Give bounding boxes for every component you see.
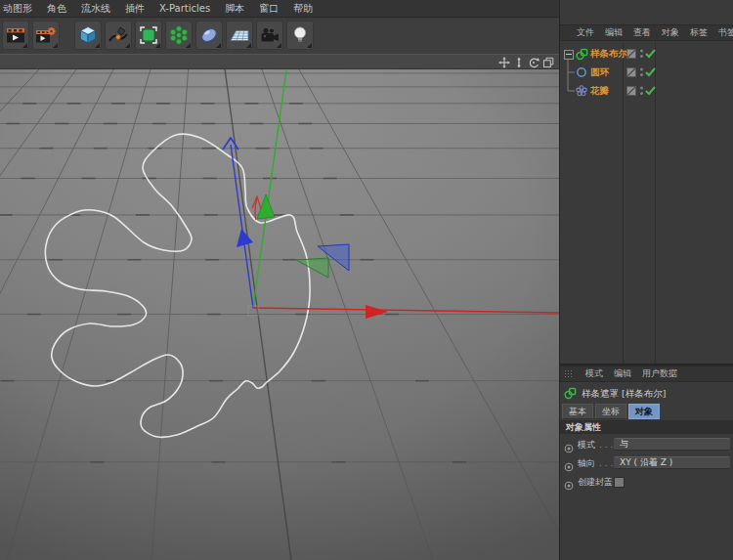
field-label-text: 创建封盖 bbox=[578, 477, 613, 487]
menu-item-7[interactable]: 窗口 bbox=[259, 2, 279, 16]
maximize-view-icon bbox=[542, 57, 554, 68]
radio-circle-icon bbox=[564, 481, 574, 491]
dropdown-轴向[interactable]: XY ( 沿着 Z ) bbox=[614, 456, 730, 469]
field-row-模式: 模式. . .与 bbox=[560, 437, 733, 452]
generator-cube-icon bbox=[138, 24, 159, 46]
field-label-text: 模式 bbox=[578, 440, 595, 450]
object-name[interactable]: 圆环 bbox=[590, 66, 609, 79]
render-view-button[interactable] bbox=[2, 21, 29, 50]
field-row-创建封盖: 创建封盖 bbox=[560, 474, 733, 490]
menu-item-4[interactable]: 插件 bbox=[125, 2, 145, 16]
y-axis-line[interactable] bbox=[253, 70, 286, 308]
light-button[interactable] bbox=[286, 21, 314, 50]
cinema4d-window: 动图形角色流水线插件X-Particles脚本窗口帮助 文件编辑查看对象标签书签… bbox=[0, 0, 733, 560]
om-menu-6[interactable]: 书签 bbox=[718, 26, 733, 39]
enabled-check-icon bbox=[645, 67, 656, 77]
checkbox-创建封盖[interactable] bbox=[614, 477, 625, 488]
visibility-dots-icon bbox=[639, 48, 644, 60]
spline-pen-button[interactable] bbox=[105, 21, 132, 50]
object-row-花瓣[interactable]: 花瓣 bbox=[560, 82, 733, 101]
keyframe-circle[interactable] bbox=[564, 476, 574, 495]
object-manager-menu: 文件编辑查看对象标签书签 bbox=[560, 24, 733, 41]
cube-primitive-icon bbox=[77, 24, 99, 46]
object-row-圆环[interactable]: 圆环 bbox=[560, 64, 733, 82]
flower-spline-icon[interactable] bbox=[576, 85, 587, 97]
layer-cell[interactable] bbox=[626, 86, 636, 96]
toolbar-buttons bbox=[2, 21, 314, 50]
attribute-fields: 模式. . .与轴向. . .XY ( 沿着 Z )创建封盖 bbox=[560, 366, 733, 560]
menu-item-6[interactable]: 脚本 bbox=[225, 2, 244, 16]
flower-spline-outline[interactable] bbox=[45, 134, 310, 437]
menu-item-3[interactable]: 流水线 bbox=[81, 2, 110, 16]
om-menu-4[interactable]: 对象 bbox=[662, 26, 679, 39]
rotate-view-button[interactable] bbox=[527, 56, 539, 68]
visibility-dots[interactable] bbox=[639, 66, 644, 78]
x-axis-arrow-handle[interactable] bbox=[366, 305, 388, 319]
layer-cell[interactable] bbox=[626, 67, 636, 77]
enabled-check-icon bbox=[645, 86, 656, 96]
menu-item-2[interactable]: 角色 bbox=[47, 2, 66, 16]
visibility-dots-icon bbox=[639, 85, 644, 97]
viewport-header bbox=[0, 54, 559, 69]
xy-plane-handle[interactable] bbox=[296, 258, 328, 278]
dropdown-模式[interactable]: 与 bbox=[614, 438, 730, 451]
z-axis-line[interactable] bbox=[231, 145, 253, 308]
layer-square-icon bbox=[626, 67, 636, 77]
menu-item-1[interactable]: 动图形 bbox=[3, 2, 32, 16]
layer-square-icon bbox=[626, 86, 636, 96]
maximize-view-button[interactable] bbox=[541, 56, 554, 68]
field-label-dots: . . . bbox=[599, 440, 613, 450]
object-row-样条布尔[interactable]: 样条布尔 bbox=[560, 45, 733, 64]
pan-view-button[interactable] bbox=[497, 56, 510, 68]
field-label-dots: . . . bbox=[599, 458, 613, 468]
enable-toggle[interactable] bbox=[645, 49, 656, 59]
object-name[interactable]: 花瓣 bbox=[590, 85, 609, 98]
ground-grid bbox=[0, 69, 559, 560]
om-menu-1[interactable]: 文件 bbox=[577, 26, 594, 39]
floor-button[interactable] bbox=[226, 21, 253, 50]
layer-square-icon bbox=[626, 49, 636, 59]
radio-circle-icon bbox=[564, 462, 574, 472]
axis-gizmo[interactable] bbox=[223, 70, 559, 319]
object-name[interactable]: 样条布尔 bbox=[590, 48, 627, 61]
render-view-icon bbox=[5, 24, 26, 46]
menu-item-5[interactable]: X-Particles bbox=[159, 3, 210, 14]
render-settings-icon bbox=[35, 24, 57, 46]
field-label: 轴向. . . bbox=[578, 457, 613, 470]
enabled-check-icon bbox=[645, 49, 656, 59]
metaball-button[interactable] bbox=[195, 21, 223, 50]
om-menu-2[interactable]: 编辑 bbox=[605, 26, 623, 39]
camera-button[interactable] bbox=[256, 21, 283, 50]
field-row-轴向: 轴向. . .XY ( 沿着 Z ) bbox=[560, 455, 733, 471]
zoom-view-icon bbox=[513, 57, 525, 68]
render-settings-button[interactable] bbox=[32, 21, 60, 50]
viewport-scene bbox=[0, 69, 559, 560]
spline-boolean-icon[interactable] bbox=[576, 48, 588, 61]
layer-cell[interactable] bbox=[626, 49, 636, 59]
field-label: 模式. . . bbox=[578, 439, 613, 452]
pan-view-icon bbox=[498, 57, 510, 68]
om-menu-5[interactable]: 标签 bbox=[690, 26, 708, 39]
om-menu-3[interactable]: 查看 bbox=[633, 26, 651, 39]
camera-icon bbox=[259, 24, 280, 46]
circle-spline-icon[interactable] bbox=[576, 66, 587, 78]
expand-toggle[interactable] bbox=[564, 50, 574, 60]
zoom-view-button[interactable] bbox=[512, 56, 525, 68]
cube-primitive-button[interactable] bbox=[74, 21, 102, 50]
field-label: 创建封盖 bbox=[578, 476, 613, 489]
visibility-dots[interactable] bbox=[639, 85, 644, 97]
field-label-text: 轴向 bbox=[578, 458, 595, 468]
generator-cube-button[interactable] bbox=[135, 21, 162, 50]
viewport-3d[interactable] bbox=[0, 69, 559, 560]
viewport-view-controls bbox=[497, 56, 554, 68]
x-axis-line[interactable] bbox=[253, 308, 559, 313]
object-manager-tree: 样条布尔圆环花瓣 bbox=[560, 42, 733, 364]
menu-item-8[interactable]: 帮助 bbox=[293, 2, 313, 16]
cloner-icon bbox=[168, 24, 190, 46]
floor-icon bbox=[229, 24, 250, 46]
z-axis-cone-handle[interactable] bbox=[237, 229, 253, 247]
visibility-dots[interactable] bbox=[639, 48, 644, 60]
enable-toggle[interactable] bbox=[645, 67, 656, 77]
enable-toggle[interactable] bbox=[645, 86, 656, 96]
cloner-button[interactable] bbox=[165, 21, 193, 50]
